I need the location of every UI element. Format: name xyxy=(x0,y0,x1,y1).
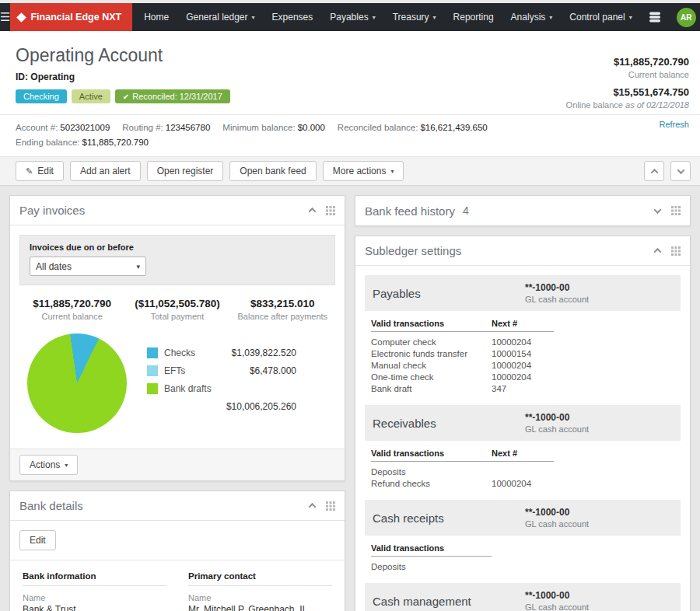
valid-transaction: One-time check xyxy=(371,371,492,382)
nav-expenses[interactable]: Expenses xyxy=(264,3,322,31)
add-alert-button[interactable]: Add an alert xyxy=(70,161,141,181)
next-number: 10000204 xyxy=(492,336,577,347)
section-title: Cash receipts xyxy=(373,511,525,525)
next-number: 10000154 xyxy=(492,347,577,359)
section-band: Payables **-1000-00 GL cash account xyxy=(365,275,681,311)
chevron-down-icon: ▾ xyxy=(549,14,552,21)
check-icon: ✔ xyxy=(123,93,129,101)
nav-label: General ledger xyxy=(186,12,247,23)
nav-analysis[interactable]: Analysis▾ xyxy=(502,3,562,31)
collapse-panel-button[interactable] xyxy=(309,503,317,511)
more-actions-button[interactable]: More actions▾ xyxy=(323,161,404,181)
nav-label: Analysis xyxy=(511,12,546,23)
collapse-panel-button[interactable] xyxy=(309,208,317,215)
nav-home[interactable]: Home xyxy=(135,3,177,31)
online-balance-label: Online balance as of 02/12/2018 xyxy=(566,100,689,110)
bank-feed-history-header: Bank feed history 4 xyxy=(355,196,690,225)
chevron-down-icon: ▾ xyxy=(390,168,394,175)
collapse-panel-button[interactable] xyxy=(654,248,662,256)
primary-contact-heading: Primary contact xyxy=(188,571,332,586)
gl-account: **-1000-00 GL cash account xyxy=(525,590,673,611)
bank-name-value: Bank & Trust xyxy=(23,604,166,611)
collapse-all-button[interactable] xyxy=(644,161,664,181)
drag-grid-icon[interactable] xyxy=(671,206,681,215)
routing-number: Routing #:123456780 xyxy=(122,123,210,132)
drag-grid-icon[interactable] xyxy=(671,246,681,256)
right-column: Bank feed history 4 Subledger settings xyxy=(355,195,691,611)
legend-bank-drafts: Bank drafts xyxy=(147,383,296,394)
next-number: 347 xyxy=(492,382,577,394)
subledger-section-cash-receipts: Cash receipts **-1000-00 GL cash account… xyxy=(365,500,681,575)
nav-reporting[interactable]: Reporting xyxy=(445,3,502,31)
bank-details-edit-button[interactable]: Edit xyxy=(19,530,56,550)
nav-payables[interactable]: Payables▾ xyxy=(321,3,383,31)
primary-contact-section: Primary contact Name Mr. Mitchell P. Gre… xyxy=(188,571,332,611)
valid-transaction: Refund checks xyxy=(371,477,492,489)
invoice-filter: Invoices due on or before All dates ▾ xyxy=(19,235,335,285)
expand-all-button[interactable] xyxy=(670,161,691,181)
column-header-empty xyxy=(492,543,554,557)
section-title: Payables xyxy=(373,287,525,300)
actions-button[interactable]: Actions▾ xyxy=(19,455,78,475)
panel-title: Subledger settings xyxy=(365,244,655,257)
checks-swatch xyxy=(147,347,158,358)
chevron-up-icon xyxy=(650,168,658,176)
pencil-icon: ✎ xyxy=(26,166,33,176)
bank-information-section: Bank information Name Bank & Trust xyxy=(23,571,166,611)
divider xyxy=(10,560,345,560)
dashboard-content: Pay invoices Invoices due on or before A… xyxy=(0,186,700,611)
action-toolbar: ✎Edit Add an alert Open register Open ba… xyxy=(0,156,700,186)
valid-transaction: Deposits xyxy=(371,466,492,477)
chevron-down-icon: ▾ xyxy=(252,14,255,21)
due-date-select[interactable]: All dates ▾ xyxy=(30,257,146,276)
next-number: 10000204 xyxy=(492,477,577,489)
transactions-table: Valid transactions Next # Deposits Refun… xyxy=(365,441,681,492)
nav-control-panel[interactable]: Control panel▾ xyxy=(561,3,640,31)
left-column: Pay invoices Invoices due on or before A… xyxy=(9,195,345,611)
app-logo[interactable]: Financial Edge NXT xyxy=(10,3,132,31)
nav-right-group: AR ? xyxy=(641,3,700,31)
current-balance-value: $11,885,720.790 xyxy=(566,56,689,68)
nav-general-ledger[interactable]: General ledger▾ xyxy=(177,3,263,31)
stat-total-payment: ($11,052,505.780) Total payment xyxy=(124,298,229,321)
expand-panel-button[interactable] xyxy=(654,206,662,214)
pie-legend: Checks $1,039,822.520 EFTs $6,478.000 Ba… xyxy=(147,347,296,419)
online-balance-value: $15,551,674.750 xyxy=(566,86,689,98)
hamburger-menu-icon[interactable]: ☰ xyxy=(0,3,10,31)
section-band: Cash management **-1000-00 GL cash accou… xyxy=(365,583,681,611)
status-badge-reconciled: ✔Reconciled: 12/31/2017 xyxy=(115,89,230,103)
account-header: Operating Account ID: Operating Checking… xyxy=(0,31,700,156)
refresh-link[interactable]: Refresh xyxy=(659,120,689,129)
database-icon[interactable] xyxy=(641,11,669,23)
payment-chart: Checks $1,039,822.520 EFTs $6,478.000 Ba… xyxy=(19,321,335,439)
nav-label: Payables xyxy=(330,12,368,23)
drag-grid-icon[interactable] xyxy=(326,501,335,511)
brand-icon xyxy=(17,12,27,23)
nav-label: Control panel xyxy=(569,12,625,23)
next-number xyxy=(492,560,577,572)
payment-stats: $11,885,720.790 Current balance ($11,052… xyxy=(19,298,335,321)
panel-title: Bank details xyxy=(19,499,310,512)
stat-balance-after: $833,215.010 Balance after payments xyxy=(230,298,335,321)
avatar[interactable]: AR xyxy=(677,8,696,27)
subledger-settings-header: Subledger settings xyxy=(355,236,690,266)
pay-invoices-panel: Pay invoices Invoices due on or before A… xyxy=(9,195,345,481)
subledger-section-receivables: Receivables **-1000-00 GL cash account V… xyxy=(365,405,681,492)
section-title: Cash management xyxy=(373,595,525,608)
open-register-button[interactable]: Open register xyxy=(147,161,224,181)
chevron-down-icon: ▾ xyxy=(373,14,376,21)
contact-name-label: Name xyxy=(188,593,332,602)
edit-button[interactable]: ✎Edit xyxy=(16,161,64,181)
brand-name: Financial Edge NXT xyxy=(30,12,121,23)
nav-treasury[interactable]: Treasury▾ xyxy=(384,3,445,31)
open-bank-feed-button[interactable]: Open bank feed xyxy=(229,161,316,181)
bank-drafts-swatch xyxy=(147,383,158,394)
chevron-down-icon: ▾ xyxy=(629,14,632,21)
nav-label: Treasury xyxy=(393,12,429,23)
panel-title: Bank feed history xyxy=(365,204,455,218)
legend-checks: Checks $1,039,822.520 xyxy=(147,347,296,358)
reconciled-label: Reconciled: 12/31/2017 xyxy=(132,92,222,101)
top-nav: ☰ Financial Edge NXT Home General ledger… xyxy=(0,3,700,31)
drag-grid-icon[interactable] xyxy=(326,206,335,215)
contact-name-value: Mr. Mitchell P. Greenbach, II xyxy=(188,604,332,611)
